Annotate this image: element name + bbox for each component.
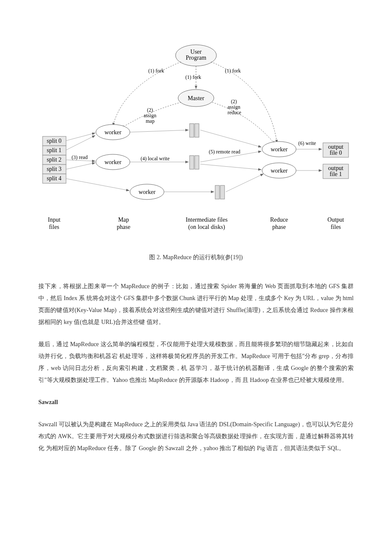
phase-input: Input bbox=[48, 217, 61, 223]
phase-intermediate: Intermediate files bbox=[186, 217, 228, 223]
svg-text:worker: worker bbox=[271, 168, 288, 174]
phase-reduce: Reduce bbox=[270, 217, 288, 223]
svg-text:assign: assign bbox=[144, 113, 156, 119]
sawzall-heading: Sawzall bbox=[38, 396, 354, 408]
intermediate-3 bbox=[215, 185, 225, 199]
svg-line-20 bbox=[66, 136, 95, 150]
svg-text:Program: Program bbox=[186, 55, 206, 61]
master-label: Master bbox=[188, 95, 205, 101]
svg-text:map: map bbox=[146, 118, 155, 124]
svg-text:files: files bbox=[331, 224, 341, 230]
svg-text:worker: worker bbox=[104, 129, 121, 136]
svg-text:file 0: file 0 bbox=[329, 150, 342, 156]
svg-line-22 bbox=[66, 163, 95, 169]
svg-text:worker: worker bbox=[271, 146, 288, 153]
assign-map-label: (2) bbox=[147, 107, 153, 113]
svg-text:reduce: reduce bbox=[228, 110, 241, 116]
svg-text:phase: phase bbox=[117, 224, 130, 230]
phase-map: Map bbox=[118, 217, 129, 223]
mapreduce-diagram: User Program Master (1) fork (1) fork (1… bbox=[38, 43, 354, 239]
svg-text:(on local disks): (on local disks) bbox=[188, 224, 225, 231]
svg-line-38 bbox=[226, 174, 263, 192]
svg-rect-25 bbox=[195, 124, 199, 137]
splits-group: split 0 split 1 split 2 split 3 split 4 bbox=[43, 136, 66, 183]
svg-rect-24 bbox=[190, 124, 194, 137]
svg-text:phase: phase bbox=[272, 224, 286, 230]
svg-text:worker: worker bbox=[104, 159, 121, 165]
svg-text:split 2: split 2 bbox=[47, 156, 62, 163]
paragraph-3: Sawzall 可以被认为是构建在 MapReduce 之上的采用类似 Java… bbox=[38, 419, 354, 454]
svg-rect-29 bbox=[220, 185, 225, 199]
svg-text:split 3: split 3 bbox=[47, 166, 62, 172]
local-write-label: (4) local write bbox=[141, 156, 170, 162]
svg-text:split 1: split 1 bbox=[47, 147, 62, 153]
svg-text:assign: assign bbox=[228, 104, 240, 110]
svg-text:worker: worker bbox=[138, 189, 156, 195]
svg-line-30 bbox=[130, 130, 188, 132]
svg-text:output: output bbox=[328, 144, 343, 150]
intermediate-2 bbox=[190, 156, 199, 169]
paragraph-2: 最后，通过 MapReduce 这么简单的编程模型，不仅能用于处理大规模数据，而… bbox=[38, 338, 354, 386]
svg-line-23 bbox=[66, 179, 129, 191]
svg-text:files: files bbox=[49, 224, 59, 230]
svg-line-37 bbox=[200, 164, 261, 170]
svg-text:file 1: file 1 bbox=[329, 171, 342, 177]
figure-caption: 图 2. MapReduce 的运行机制(参[19]) bbox=[38, 251, 354, 263]
svg-rect-28 bbox=[215, 185, 219, 199]
remote-read-label: (5) remote read bbox=[209, 149, 240, 155]
svg-rect-27 bbox=[195, 156, 199, 169]
write-label: (6) write bbox=[298, 140, 316, 146]
assign-reduce-label: (2) bbox=[231, 98, 237, 104]
svg-text:split 0: split 0 bbox=[47, 138, 62, 144]
fork-label-left: (1) fork bbox=[148, 68, 164, 74]
phase-output: Output bbox=[328, 217, 344, 223]
svg-text:split 4: split 4 bbox=[47, 175, 62, 182]
fork-label-right: (1) fork bbox=[225, 68, 241, 74]
intermediate-1 bbox=[190, 124, 199, 137]
fork-label-center: (1) fork bbox=[185, 74, 201, 80]
svg-line-35 bbox=[200, 130, 261, 147]
read-label: (3) read bbox=[72, 154, 88, 160]
svg-text:output: output bbox=[328, 165, 343, 171]
svg-rect-26 bbox=[190, 156, 194, 169]
paragraph-1: 接下来，将根据上图来举一个 MapReduce 的例子：比如，通过搜索 Spid… bbox=[38, 280, 354, 328]
svg-line-19 bbox=[66, 133, 95, 141]
user-program-label: User bbox=[190, 49, 202, 55]
